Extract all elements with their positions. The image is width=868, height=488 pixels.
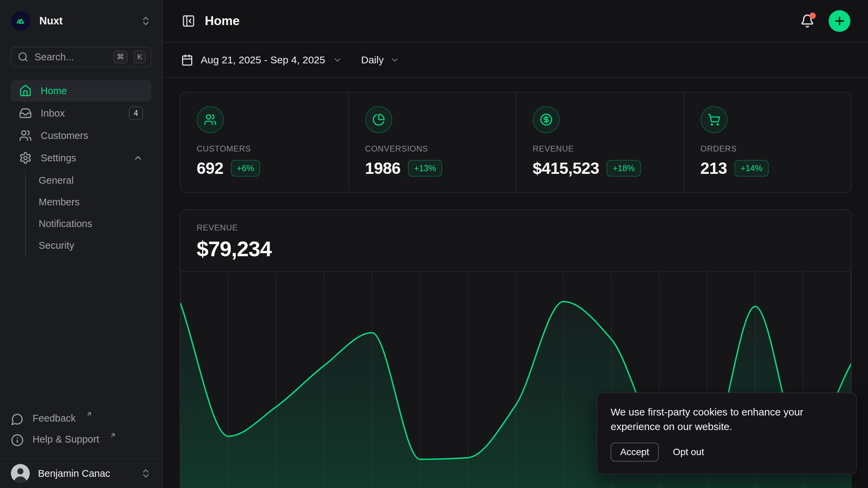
page-title: Home xyxy=(205,14,240,28)
footer-item-label: Feedback xyxy=(33,413,76,424)
revenue-chart-header: REVENUE $79,234 xyxy=(180,210,851,261)
sidebar: Nuxt Search... ⌘ K Home xyxy=(0,0,163,488)
sidebar-item-label: Home xyxy=(41,85,67,97)
stat-label: ORDERS xyxy=(701,144,835,154)
nuxt-logo-icon xyxy=(11,11,31,31)
notifications-button[interactable] xyxy=(800,13,815,29)
stat-card-orders[interactable]: ORDERS 213 +14% xyxy=(684,93,851,192)
sub-item-label: Notifications xyxy=(39,218,92,229)
stat-value: $415,523 xyxy=(533,159,599,178)
dollar-circle-icon xyxy=(533,106,560,133)
revenue-chart-label: REVENUE xyxy=(197,223,835,232)
stat-card-conversions[interactable]: CONVERSIONS 1986 +13% xyxy=(348,93,516,192)
home-icon xyxy=(19,84,32,97)
page-header: Home xyxy=(163,0,868,43)
stat-label: CONVERSIONS xyxy=(365,144,500,154)
sidebar-item-settings[interactable]: Settings xyxy=(11,147,151,169)
cookie-actions: Accept Opt out xyxy=(611,443,843,462)
sub-item-label: Security xyxy=(39,240,74,251)
notification-dot xyxy=(809,13,816,19)
stat-delta-badge: +6% xyxy=(231,160,260,177)
panel-left-close-icon xyxy=(182,14,195,28)
sidebar-item-security[interactable]: Security xyxy=(39,235,151,256)
stat-value: 692 xyxy=(197,159,223,178)
message-circle-icon xyxy=(11,413,24,426)
granularity-select[interactable]: Daily xyxy=(361,54,399,66)
stat-delta-badge: +13% xyxy=(408,160,442,177)
opt-out-button[interactable]: Opt out xyxy=(673,447,704,458)
inbox-count-badge: 4 xyxy=(129,106,143,120)
feedback-link[interactable]: Feedback xyxy=(11,409,151,430)
search-input[interactable]: Search... ⌘ K xyxy=(11,47,151,67)
settings-sub-list: General Members Notifications Security xyxy=(25,169,151,256)
sidebar-collapse-button[interactable] xyxy=(181,14,196,28)
gear-icon xyxy=(19,151,32,164)
chevron-up-icon xyxy=(133,153,143,163)
search-placeholder: Search... xyxy=(35,52,107,63)
sidebar-item-notifications[interactable]: Notifications xyxy=(39,213,151,235)
kbd-meta: ⌘ xyxy=(113,50,127,63)
search-icon xyxy=(18,52,28,62)
filters-toolbar: Aug 21, 2025 - Sep 4, 2025 Daily xyxy=(163,43,868,78)
chevrons-up-down-icon xyxy=(140,16,151,26)
date-range-picker[interactable]: Aug 21, 2025 - Sep 4, 2025 xyxy=(181,54,342,66)
footer-item-label: Help & Support xyxy=(33,434,99,445)
sidebar-item-label: Inbox xyxy=(41,108,65,119)
sidebar-item-customers[interactable]: Customers xyxy=(11,125,151,146)
external-link-icon xyxy=(86,411,93,418)
sidebar-nav: Home Inbox 4 Customers xyxy=(11,80,151,256)
info-circle-icon xyxy=(11,434,24,447)
date-range-label: Aug 21, 2025 - Sep 4, 2025 xyxy=(201,54,325,66)
sub-item-label: Members xyxy=(39,197,80,208)
cookie-message: We use first-party cookies to enhance yo… xyxy=(611,405,843,434)
sidebar-item-home[interactable]: Home xyxy=(11,80,151,102)
team-name: Nuxt xyxy=(39,15,132,27)
sidebar-item-inbox[interactable]: Inbox 4 xyxy=(11,102,151,124)
revenue-chart-total: $79,234 xyxy=(197,237,835,261)
stat-card-customers[interactable]: CUSTOMERS 692 +6% xyxy=(180,93,348,192)
plus-icon xyxy=(833,15,846,27)
sidebar-footer: Feedback Help & Support xyxy=(11,409,151,451)
chevron-down-icon xyxy=(333,55,342,65)
kbd-k: K xyxy=(134,50,146,63)
stat-card-revenue[interactable]: REVENUE $415,523 +18% xyxy=(516,93,684,192)
stat-value: 213 xyxy=(701,159,727,178)
chevron-down-icon xyxy=(390,55,399,65)
stat-delta-badge: +14% xyxy=(734,160,769,177)
user-menu[interactable]: Benjamin Canac xyxy=(11,459,151,488)
stat-label: CUSTOMERS xyxy=(197,144,332,154)
header-actions xyxy=(800,10,850,32)
sidebar-item-label: Settings xyxy=(41,152,76,164)
sidebar-item-label: Customers xyxy=(41,130,88,141)
users-icon xyxy=(197,106,224,133)
add-button[interactable] xyxy=(829,10,850,32)
sidebar-item-general[interactable]: General xyxy=(39,169,151,191)
dashboard-app: { "colors": { "accent": "#00dc82", "noti… xyxy=(0,0,868,488)
help-support-link[interactable]: Help & Support xyxy=(11,430,151,451)
granularity-label: Daily xyxy=(361,54,384,66)
sidebar-item-members[interactable]: Members xyxy=(39,191,151,213)
users-icon xyxy=(19,129,32,142)
chevrons-up-down-icon xyxy=(140,468,151,479)
stats-cards: CUSTOMERS 692 +6% CONVERSIONS 1986 +13% xyxy=(180,92,852,193)
external-link-icon xyxy=(110,432,116,439)
team-selector[interactable]: Nuxt xyxy=(11,7,151,35)
sub-item-label: General xyxy=(39,175,74,186)
calendar-icon xyxy=(181,54,193,66)
inbox-icon xyxy=(19,107,32,120)
stat-value: 1986 xyxy=(365,159,401,178)
pie-chart-icon xyxy=(365,106,392,133)
stat-delta-badge: +18% xyxy=(607,160,641,177)
avatar xyxy=(11,464,30,483)
user-name: Benjamin Canac xyxy=(38,468,132,479)
cookie-banner: We use first-party cookies to enhance yo… xyxy=(596,392,857,474)
accept-button[interactable]: Accept xyxy=(611,443,659,462)
cart-icon xyxy=(701,106,728,133)
stat-label: REVENUE xyxy=(533,144,667,154)
sidebar-spacer xyxy=(11,256,151,409)
